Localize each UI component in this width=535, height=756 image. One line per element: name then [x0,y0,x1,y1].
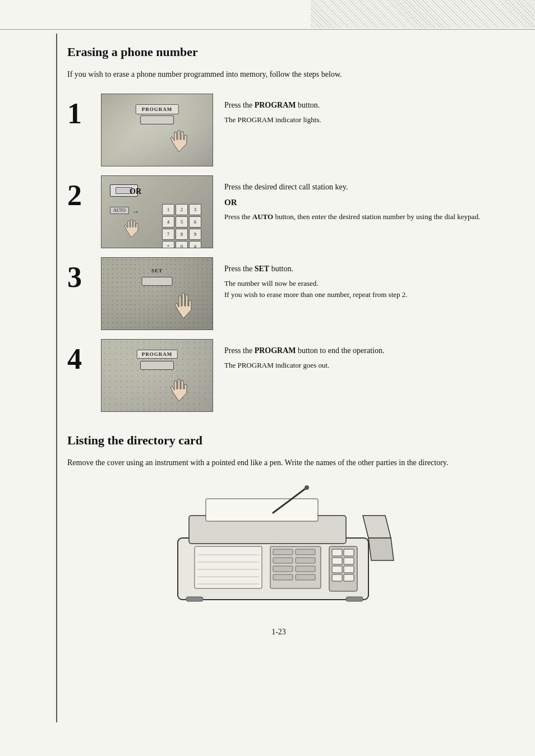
key-0: 0 [176,241,188,248]
step-2-illustration: OR AUTO → 1 2 3 4 5 6 7 [102,176,213,248]
svg-rect-21 [273,549,293,555]
set-bold: SET [255,265,269,273]
step-1-image: PROGRAM [101,94,213,166]
svg-rect-2 [206,499,318,521]
step-3-main: Press the SET button. [224,263,490,275]
svg-rect-12 [332,574,342,581]
program-label-1: PROGRAM [136,104,179,114]
svg-rect-27 [273,574,293,580]
keypad-grid: 1 2 3 4 5 6 7 8 9 * 0 # [162,204,201,248]
step-4-illustration: PROGRAM [102,340,213,411]
svg-rect-28 [296,574,315,580]
hand-icon-4 [162,372,196,406]
section2: Listing the directory card Remove the co… [67,433,490,611]
step-2-row: 2 OR AUTO → 1 [67,175,490,248]
svg-rect-10 [332,566,342,573]
step-4-instructions: Press the PROGRAM button to end the oper… [224,339,490,371]
svg-rect-7 [344,549,354,556]
auto-bold: AUTO [252,212,273,221]
step-3-row: 3 SET Press the SET [67,257,490,330]
key-3: 3 [189,204,201,215]
svg-rect-26 [296,566,315,572]
key-8: 8 [176,229,188,240]
step-3-instructions: Press the SET button. The number will no… [224,257,490,300]
step-1-main: Press the PROGRAM button. [224,99,490,111]
svg-rect-11 [344,566,354,573]
key-5: 5 [176,216,188,228]
section2-intro: Remove the cover using an instrument wit… [67,457,449,469]
svg-rect-14 [195,546,262,588]
program-button-1 [140,115,174,124]
program-button-4 [140,361,174,370]
step-1-sub: The PROGRAM indicator lights. [224,114,490,126]
auto-button: AUTO [110,207,129,214]
program-label-4: PROGRAM [137,350,178,359]
fax-machine-illustration [161,482,396,611]
program-bold-4: PROGRAM [255,346,296,355]
step-2-or: OR [224,196,490,209]
step-3-sub2: If you wish to erase more than one numbe… [224,289,490,300]
step-1-illustration: PROGRAM [102,94,213,166]
step-4-image: PROGRAM [101,339,213,412]
key-7: 7 [162,229,174,240]
key-hash: # [189,241,201,248]
step-2-number: 2 [67,181,90,210]
step-3-sub1: The number will now be erased. [224,278,490,289]
section2-title: Listing the directory card [67,433,490,448]
or-badge: OR [130,187,141,196]
step-4-row: 4 PROGRAM Press the [67,339,490,412]
step-1-number: 1 [67,99,90,128]
steps-container: 1 PROGRAM [67,94,490,415]
svg-rect-23 [273,558,293,563]
page-number: 1-23 [67,628,490,637]
top-line [0,29,535,30]
svg-rect-24 [296,558,315,563]
svg-rect-22 [296,549,315,555]
step-3-illustration: SET [102,258,213,330]
svg-rect-25 [273,566,293,572]
step-4-sub: The PROGRAM indicator goes out. [224,360,490,371]
key-2: 2 [176,204,188,215]
step-2-image: OR AUTO → 1 2 3 4 5 6 7 [101,175,213,248]
step-1-bold: PROGRAM [255,101,296,109]
key-6: 6 [189,216,201,228]
key-star: * [162,241,174,248]
svg-rect-31 [186,597,203,601]
step-4-main: Press the PROGRAM button to end the oper… [224,345,490,356]
svg-marker-30 [368,538,394,560]
left-margin-line [56,34,57,722]
step-2-instructions: Press the desired direct call station ke… [224,175,490,222]
set-label: SET [151,268,163,273]
svg-rect-8 [332,558,342,564]
step-3-number: 3 [67,263,90,292]
hand-icon-1 [162,124,196,157]
key-4: 4 [162,216,174,228]
key-9: 9 [189,229,201,240]
step-1-instructions: Press the PROGRAM button. The PROGRAM in… [224,94,490,126]
step-3-image: SET [101,257,213,330]
top-texture-decoration [311,0,535,28]
svg-point-4 [305,485,309,490]
svg-rect-13 [344,574,354,581]
hand-icon-3 [168,285,201,324]
svg-marker-29 [363,516,391,538]
section1-intro: If you wish to erase a phone number prog… [67,68,449,80]
key-1: 1 [162,204,174,215]
page: Erasing a phone number If you wish to er… [0,0,535,756]
hand-icon-2 [118,214,146,242]
section1-title: Erasing a phone number [67,45,490,59]
svg-rect-6 [332,549,342,556]
svg-rect-9 [344,558,354,564]
svg-rect-32 [346,597,363,601]
step-2-main: Press the desired direct call station ke… [224,181,490,193]
step-2-sub: Press the AUTO button, then enter the de… [224,211,490,222]
step-1-row: 1 PROGRAM [67,94,490,166]
step-4-number: 4 [67,345,90,374]
